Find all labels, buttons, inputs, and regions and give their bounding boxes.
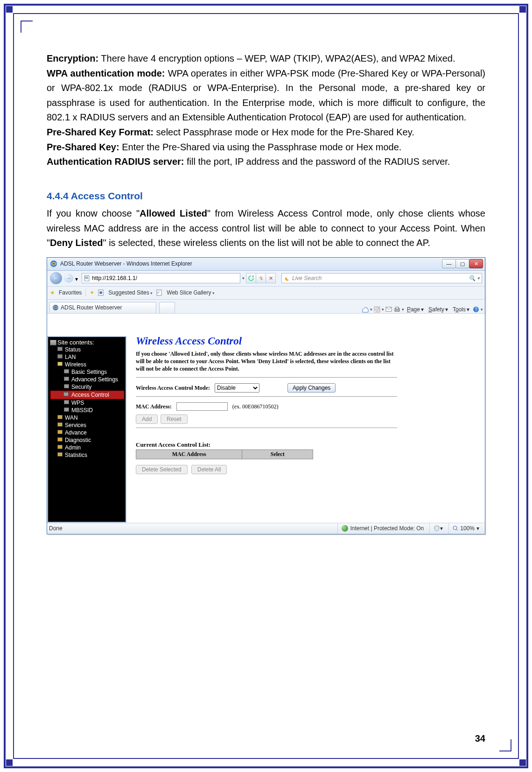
document-body: Encryption: There have 4 encryption opti…: [47, 51, 485, 251]
tools-menu[interactable]: Tools▾: [451, 306, 471, 313]
sidebar-item-label: Wireless: [65, 361, 86, 368]
reset-button[interactable]: Reset: [161, 414, 187, 424]
folder-icon: [57, 452, 63, 456]
sidebar-item-label: Security: [71, 384, 91, 390]
nav-history-dropdown[interactable]: ▾: [75, 276, 80, 281]
sidebar-item-admin[interactable]: Admin: [51, 444, 124, 451]
sidebar-item-label: Advance: [65, 429, 87, 436]
status-done: Done: [49, 525, 63, 532]
panel-heading: Wireless Access Control: [136, 335, 477, 347]
protected-mode-icon[interactable]: ▾: [429, 523, 447, 534]
page-icon: [57, 347, 63, 351]
mac-label: MAC Address:: [136, 403, 172, 410]
home-icon[interactable]: [362, 306, 369, 313]
compat-view-button[interactable]: ↯: [256, 273, 266, 283]
search-box[interactable]: Live Search 🔍 ▾: [281, 273, 482, 283]
favorites-label[interactable]: Favorites: [59, 289, 82, 296]
sidebar-item-label: Status: [65, 346, 81, 353]
tab-bar: ADSL Router Webserver ▾ ▾ ▾ Page▾ Safety…: [47, 300, 485, 314]
sidebar-item-wireless[interactable]: Wireless: [51, 361, 124, 368]
window-title: ADSL Router Webserver - Windows Internet…: [60, 260, 192, 267]
forward-button[interactable]: →: [64, 274, 73, 283]
page-icon: [64, 369, 69, 373]
web-slice-gallery[interactable]: Web Slice Gallery: [167, 289, 215, 296]
sidebar-item-advanced-settings[interactable]: Advanced Settings: [51, 376, 124, 383]
sidebar-item-label: LAN: [65, 354, 76, 360]
delete-all-button[interactable]: Delete All: [191, 465, 227, 474]
add-button[interactable]: Add: [136, 414, 158, 424]
ac-intro-1: If you know choose ": [47, 208, 140, 218]
favorites-star-icon[interactable]: ★: [50, 289, 55, 296]
pskf-label: Pre-Shared Key Format:: [47, 127, 154, 137]
folder-icon: [57, 445, 63, 449]
apply-changes-button[interactable]: Apply Changes: [287, 383, 336, 393]
sidebar-item-access-control[interactable]: Access Control: [50, 391, 124, 399]
radius-text: fill the port, IP address and the passwo…: [184, 156, 450, 167]
mode-select[interactable]: Disable: [215, 383, 259, 393]
feeds-icon[interactable]: [373, 306, 381, 313]
sidebar-item-diagnostic[interactable]: Diagnostic: [51, 436, 124, 444]
suggested-sites[interactable]: Suggested Sites: [108, 289, 153, 296]
delete-selected-button[interactable]: Delete Selected: [136, 465, 188, 474]
svg-rect-1: [84, 275, 89, 281]
sidebar-item-security[interactable]: Security: [51, 383, 124, 391]
sidebar-item-mbssid[interactable]: MBSSID: [51, 407, 124, 414]
search-provider-icon: [284, 275, 290, 281]
stop-button[interactable]: ✕: [266, 273, 276, 283]
minimize-button[interactable]: —: [442, 259, 456, 268]
webslice-icon: [156, 289, 163, 296]
close-button[interactable]: ✕: [469, 259, 483, 268]
help-icon[interactable]: ?: [472, 306, 480, 313]
browser-window: ADSL Router Webserver - Windows Internet…: [47, 257, 485, 534]
page-icon: [84, 275, 90, 281]
navbar: ← → ▾ ▾ ↯ ✕ Live Search 🔍 ▾: [47, 271, 485, 287]
sidebar-item-statistics[interactable]: Statistics: [51, 451, 124, 459]
sidebar-item-basic-settings[interactable]: Basic Settings: [51, 368, 124, 376]
sidebar-item-lan[interactable]: LAN: [51, 353, 124, 361]
ac-intro-bold2: Deny Listed: [50, 238, 103, 248]
page-number: 34: [475, 733, 485, 744]
encryption-label: Encryption:: [47, 53, 98, 63]
new-tab-button[interactable]: [159, 302, 175, 313]
search-go-icon[interactable]: 🔍: [469, 275, 476, 281]
acl-heading: Current Access Control List:: [136, 441, 477, 449]
encryption-text: There have 4 encryption options – WEP, W…: [98, 53, 455, 63]
mac-input[interactable]: [176, 402, 228, 411]
tab-active[interactable]: ADSL Router Webserver: [49, 302, 156, 313]
address-dropdown[interactable]: ▾: [242, 276, 245, 281]
folder-icon: [57, 437, 63, 442]
status-bar: Done Internet | Protected Mode: On ▾ 100…: [47, 523, 485, 534]
psk-label: Pre-Shared Key:: [47, 142, 119, 152]
safety-menu[interactable]: Safety▾: [427, 306, 450, 313]
maximize-button[interactable]: ▢: [455, 259, 469, 268]
zoom-control[interactable]: 100%▾: [448, 523, 483, 534]
svg-rect-4: [157, 290, 161, 295]
back-button[interactable]: ←: [50, 272, 62, 284]
page-icon: [64, 377, 69, 381]
status-zone: Internet | Protected Mode: On: [350, 525, 424, 532]
ac-intro-bold1: Allowed Listed: [140, 208, 207, 218]
mail-icon[interactable]: [385, 306, 392, 313]
ac-intro-3: " is selected, these wireless clients on…: [103, 238, 430, 248]
address-bar[interactable]: [82, 273, 240, 283]
main-panel: Wireless Access Control If you choose 'A…: [126, 314, 485, 523]
page-menu[interactable]: Page▾: [405, 306, 426, 313]
svg-point-5: [53, 305, 58, 310]
ie-icon: [52, 304, 59, 311]
sidebar-item-wps[interactable]: WPS: [51, 399, 124, 407]
col-select: Select: [242, 450, 313, 459]
col-mac: MAC Address: [136, 450, 242, 459]
sidebar-item-status[interactable]: Status: [51, 346, 124, 353]
sidebar-item-services[interactable]: Services: [51, 421, 124, 429]
sidebar: Site contents: StatusLANWirelessBasic Se…: [47, 336, 126, 523]
sidebar-item-wan[interactable]: WAN: [51, 414, 124, 421]
search-dropdown-icon[interactable]: ▾: [477, 276, 480, 281]
sidebar-item-label: Services: [65, 422, 86, 428]
print-icon[interactable]: [393, 306, 401, 313]
sidebar-item-advance[interactable]: Advance: [51, 429, 124, 436]
refresh-button[interactable]: [246, 273, 256, 283]
sidebar-item-label: WPS: [71, 400, 84, 406]
mode-label: Wireless Access Control Mode:: [136, 385, 210, 392]
fav-quick-icon[interactable]: ✦: [90, 289, 94, 296]
url-input[interactable]: [92, 275, 238, 281]
